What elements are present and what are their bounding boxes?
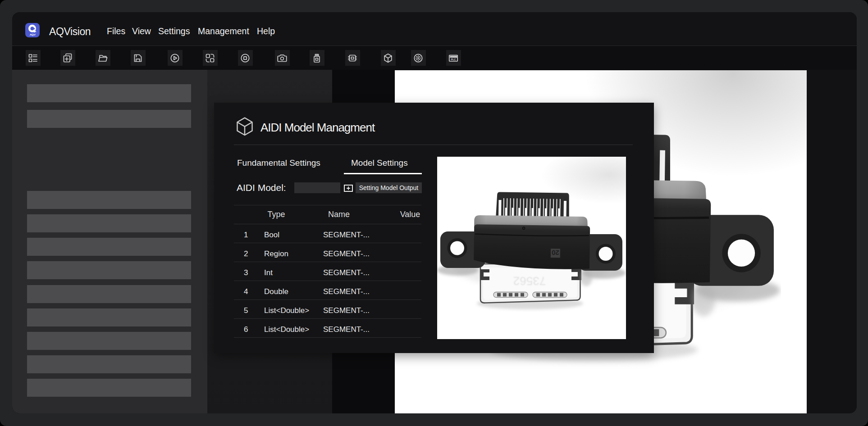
svg-text:PLC: PLC <box>451 58 456 61</box>
svg-text:AQ//: AQ// <box>29 33 36 36</box>
